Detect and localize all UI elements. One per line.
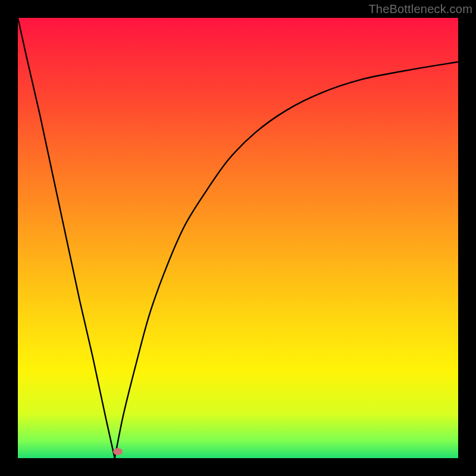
optimal-point-marker xyxy=(113,448,123,455)
bottleneck-curve xyxy=(18,18,458,458)
plot-area xyxy=(18,18,458,458)
chart-frame: TheBottleneck.com xyxy=(0,0,476,476)
curve-layer xyxy=(18,18,458,458)
watermark-label: TheBottleneck.com xyxy=(368,2,472,16)
